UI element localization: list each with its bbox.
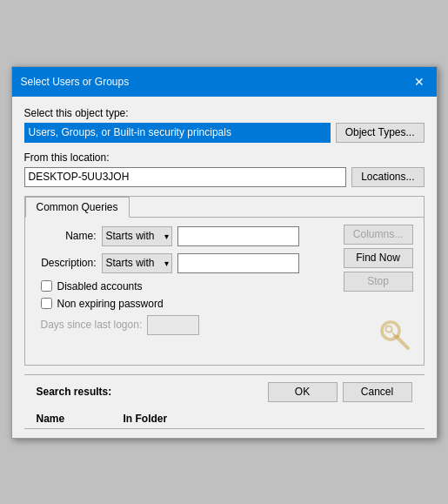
tab-header: Common Queries (25, 197, 424, 217)
name-text-input[interactable] (177, 226, 299, 246)
icon-area (377, 317, 413, 356)
name-select[interactable]: Starts with Ends with Is exactly Contain… (102, 226, 172, 246)
ok-button[interactable]: OK (268, 382, 338, 402)
name-label: Name: (36, 230, 97, 242)
description-text-input[interactable] (177, 253, 299, 273)
non-expiring-checkbox[interactable] (41, 298, 52, 309)
tab-content: Columns... Find Now Stop Name: Starts wi… (25, 217, 424, 365)
days-input[interactable] (147, 315, 199, 335)
description-select-wrapper: Starts with Ends with Is exactly Contain… (102, 253, 172, 273)
right-buttons-panel: Columns... Find Now Stop (344, 225, 413, 292)
dialog-title: Select Users or Groups (21, 76, 130, 88)
non-expiring-label: Non expiring password (57, 298, 164, 310)
object-type-input[interactable] (24, 123, 331, 143)
disabled-accounts-label: Disabled accounts (57, 280, 143, 292)
svg-line-1 (397, 337, 408, 348)
dialog: Select Users or Groups ✕ Select this obj… (11, 66, 438, 439)
svg-point-2 (385, 326, 391, 332)
tab-common-queries[interactable]: Common Queries (25, 197, 130, 218)
search-key-icon (377, 317, 413, 353)
table-header: Name In Folder (24, 409, 425, 429)
find-now-button[interactable]: Find Now (344, 248, 413, 268)
description-label: Description: (36, 257, 97, 269)
bottom-bar: Search results: OK Cancel (24, 374, 425, 409)
days-label: Days since last logon: (41, 319, 143, 331)
columns-button[interactable]: Columns... (344, 225, 413, 245)
tab-group: Common Queries Columns... Find Now Stop … (24, 196, 425, 366)
cancel-button[interactable]: Cancel (343, 382, 412, 402)
disabled-accounts-checkbox[interactable] (41, 280, 52, 292)
search-results-label: Search results: (37, 386, 112, 398)
ok-cancel-row: OK Cancel (268, 382, 412, 402)
object-types-button[interactable]: Object Types... (336, 123, 425, 143)
object-type-row: Object Types... (24, 123, 425, 143)
name-select-wrapper: Starts with Ends with Is exactly Contain… (102, 226, 172, 246)
stop-button[interactable]: Stop (344, 272, 413, 292)
close-button[interactable]: ✕ (411, 73, 428, 91)
days-row: Days since last logon: (41, 315, 413, 335)
title-bar: Select Users or Groups ✕ (12, 67, 437, 97)
location-row: Locations... (24, 167, 425, 187)
col-folder-header: In Folder (124, 413, 412, 425)
dialog-body: Select this object type: Object Types...… (12, 97, 437, 438)
locations-button[interactable]: Locations... (351, 167, 424, 187)
location-input[interactable] (24, 167, 347, 187)
object-type-label: Select this object type: (24, 107, 425, 119)
location-label: From this location: (24, 151, 425, 164)
non-expiring-row: Non expiring password (41, 298, 413, 310)
col-name-header: Name (37, 413, 124, 425)
description-select[interactable]: Starts with Ends with Is exactly Contain… (102, 253, 172, 273)
